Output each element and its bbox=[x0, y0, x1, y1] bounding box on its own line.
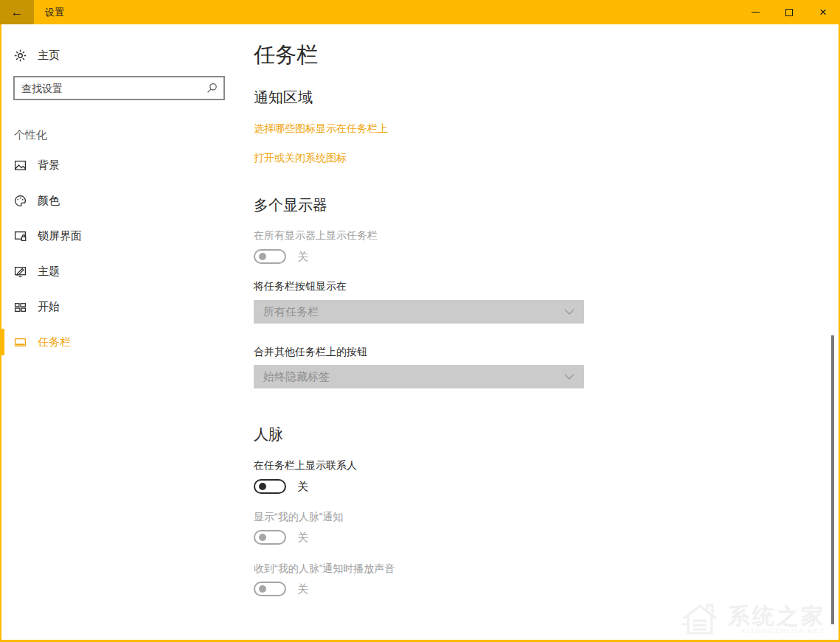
sidebar-item-label: 锁屏界面 bbox=[38, 229, 82, 243]
lock-screen-icon bbox=[14, 230, 27, 243]
minimize-icon bbox=[752, 12, 760, 13]
maximize-icon bbox=[785, 9, 793, 16]
back-arrow-icon: ← bbox=[11, 5, 24, 19]
system-icons-link[interactable]: 打开或关闭系统图标 bbox=[254, 152, 347, 165]
taskbar-icon bbox=[14, 336, 27, 349]
dropdown-value: 所有任务栏 bbox=[263, 305, 319, 319]
dropdown-value: 始终隐藏标签 bbox=[263, 370, 330, 384]
sidebar-item-label: 颜色 bbox=[38, 194, 60, 208]
sidebar-home-label: 主页 bbox=[38, 49, 60, 63]
chevron-down-icon bbox=[564, 374, 575, 380]
sidebar-item-label: 开始 bbox=[38, 300, 60, 314]
show-taskbar-all-displays-toggle-row: 关 bbox=[254, 249, 308, 264]
titlebar: ← 设置 × bbox=[0, 0, 840, 24]
window-controls: × bbox=[738, 0, 840, 24]
toggle-state-label: 关 bbox=[297, 531, 308, 545]
show-contacts-label: 在任务栏上显示联系人 bbox=[254, 459, 357, 472]
toggle-knob bbox=[259, 585, 266, 593]
sidebar-item-home[interactable]: 主页 bbox=[0, 43, 243, 67]
theme-brush-icon bbox=[14, 265, 27, 278]
image-icon bbox=[14, 159, 27, 172]
close-button[interactable]: × bbox=[806, 0, 840, 24]
toggle-state-label: 关 bbox=[297, 582, 308, 596]
toggle-switch bbox=[254, 249, 286, 264]
people-sound-toggle-row: 关 bbox=[254, 582, 308, 596]
page-title: 任务栏 bbox=[254, 41, 318, 70]
toggle-switch bbox=[254, 530, 286, 545]
people-heading: 人脉 bbox=[254, 425, 283, 444]
maximize-button[interactable] bbox=[772, 0, 806, 24]
show-taskbar-all-displays-label: 在所有显示器上显示任务栏 bbox=[254, 229, 378, 243]
people-notifications-label: 显示“我的人脉”通知 bbox=[254, 511, 343, 524]
palette-icon bbox=[14, 195, 27, 207]
sidebar-item-taskbar[interactable]: 任务栏 bbox=[0, 328, 243, 356]
watermark: 系统之家 XITONGZHIJIA.NET bbox=[681, 602, 825, 636]
sidebar-item-background[interactable]: 背景 bbox=[0, 151, 243, 179]
people-sound-label: 收到“我的人脉”通知时播放声音 bbox=[254, 562, 395, 576]
sidebar: 主页 个性化 背景 bbox=[0, 24, 243, 640]
sidebar-item-start[interactable]: 开始 bbox=[0, 293, 243, 321]
scrollbar-thumb[interactable] bbox=[831, 335, 834, 624]
toggle-switch bbox=[254, 582, 286, 596]
toggle-knob bbox=[259, 253, 266, 260]
search-input[interactable] bbox=[15, 83, 200, 94]
combine-buttons-label: 合并其他任务栏上的按钮 bbox=[254, 346, 367, 359]
notification-area-heading: 通知区域 bbox=[254, 88, 313, 108]
toggle-state-label: 关 bbox=[297, 250, 308, 264]
sidebar-item-label: 主题 bbox=[38, 265, 60, 279]
toggle-knob bbox=[259, 534, 266, 541]
gear-icon bbox=[14, 49, 27, 62]
settings-window: ← 设置 × 主页 bbox=[0, 0, 840, 642]
watermark-subtitle: XITONGZHIJIA.NET bbox=[741, 627, 825, 635]
taskbar-buttons-label: 将任务栏按钮显示在 bbox=[254, 280, 347, 293]
search-icon[interactable] bbox=[200, 82, 223, 95]
toggle-state-label: 关 bbox=[297, 480, 308, 494]
sidebar-item-label: 任务栏 bbox=[38, 335, 71, 349]
minimize-button[interactable] bbox=[738, 0, 772, 24]
search-box[interactable] bbox=[13, 76, 225, 100]
combine-buttons-dropdown: 始终隐藏标签 bbox=[254, 365, 584, 388]
window-border-left bbox=[0, 0, 1, 642]
watermark-title: 系统之家 bbox=[728, 604, 825, 628]
select-icons-link[interactable]: 选择哪些图标显示在任务栏上 bbox=[254, 122, 388, 136]
people-notifications-toggle-row: 关 bbox=[254, 530, 308, 545]
toggle-knob bbox=[259, 483, 266, 490]
taskbar-buttons-dropdown: 所有任务栏 bbox=[254, 300, 584, 324]
window-title: 设置 bbox=[45, 0, 64, 24]
show-contacts-toggle-row: 关 bbox=[254, 479, 308, 494]
multiple-displays-heading: 多个显示器 bbox=[254, 195, 327, 215]
toggle-switch[interactable] bbox=[254, 479, 286, 494]
back-button[interactable]: ← bbox=[0, 0, 34, 24]
sidebar-item-themes[interactable]: 主题 bbox=[0, 257, 243, 285]
sidebar-section-header: 个性化 bbox=[14, 128, 47, 142]
chevron-down-icon bbox=[564, 309, 575, 315]
close-icon: × bbox=[819, 6, 827, 18]
sidebar-item-colors[interactable]: 颜色 bbox=[0, 186, 243, 214]
start-tiles-icon bbox=[14, 301, 27, 313]
sidebar-item-label: 背景 bbox=[38, 158, 60, 172]
sidebar-item-lockscreen[interactable]: 锁屏界面 bbox=[0, 222, 243, 250]
house-logo-icon bbox=[681, 602, 722, 636]
